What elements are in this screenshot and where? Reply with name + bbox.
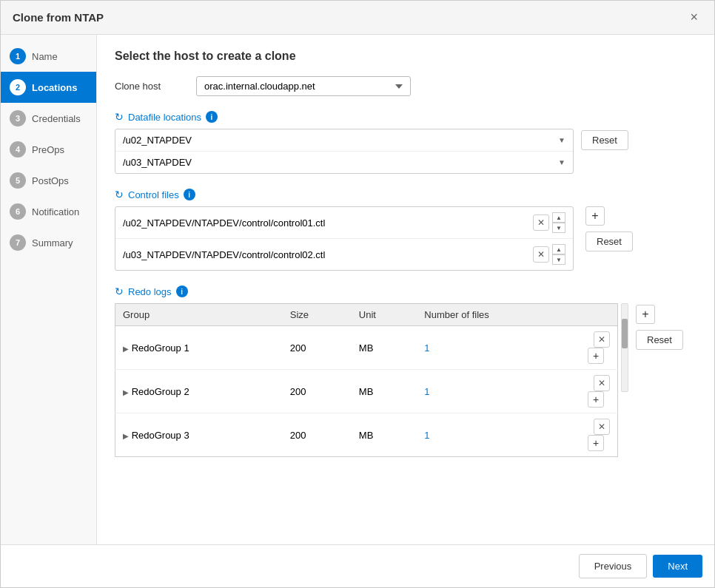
- redo-expand-2[interactable]: ▶: [123, 432, 129, 440]
- sidebar-item-name[interactable]: 1 Name: [1, 41, 96, 72]
- close-button[interactable]: ×: [685, 8, 702, 27]
- datafile-info-icon[interactable]: i: [206, 111, 218, 123]
- step-num-3: 3: [10, 110, 26, 126]
- sidebar-label-notification: Notification: [32, 206, 79, 217]
- redo-group-name-2: RedoGroup 3: [132, 430, 189, 441]
- redo-cell-unit-1: MB: [352, 370, 417, 413]
- control-add-button[interactable]: +: [585, 206, 605, 226]
- datafile-path-1: /u03_NTAPDEV: [123, 157, 192, 168]
- redo-cell-actions-1: ✕ +: [580, 370, 618, 413]
- redo-table-container: Group Size Unit Number of files: [115, 303, 628, 457]
- redo-cell-size-0: 200: [283, 326, 352, 370]
- datafile-section: ↻ Datafile locations i /u02_NTAPDEV ▼ /u…: [115, 111, 696, 174]
- redo-group-name-1: RedoGroup 2: [132, 386, 189, 397]
- redo-row-0: ▶ RedoGroup 1 200 MB 1 ✕ +: [115, 326, 618, 370]
- redo-scrollbar-thumb: [622, 319, 628, 348]
- datafile-item-0: /u02_NTAPDEV ▼: [115, 129, 573, 152]
- dialog-title: Clone from NTAP: [13, 11, 104, 24]
- redo-header: ↻ Redo logs i: [115, 285, 696, 297]
- redo-cell-numfiles-2: 1: [417, 413, 580, 457]
- datafile-header: ↻ Datafile locations i: [115, 111, 696, 123]
- redo-table-header-row: Group Size Unit Number of files: [115, 304, 618, 326]
- redo-remove-1[interactable]: ✕: [594, 375, 610, 391]
- sidebar-label-preops: PreOps: [32, 144, 64, 155]
- redo-cell-actions-0: ✕ +: [580, 326, 618, 370]
- control-refresh-icon[interactable]: ↻: [115, 189, 124, 200]
- sidebar-item-summary[interactable]: 7 Summary: [1, 227, 96, 258]
- step-num-7: 7: [10, 234, 26, 251]
- control-item-1: /u03_NTAPDEV/NTAPDEV/control/control02.c…: [115, 239, 573, 270]
- control-info-icon[interactable]: i: [184, 189, 195, 200]
- redo-numfiles-link-0[interactable]: 1: [424, 342, 429, 354]
- redo-cell-unit-2: MB: [352, 413, 417, 457]
- clone-host-label: Clone host: [115, 81, 196, 92]
- clone-dialog: Clone from NTAP × 1 Name 2 Locations 3 C…: [0, 0, 715, 588]
- control-scroll-down-0[interactable]: ▼: [552, 223, 565, 233]
- redo-cell-unit-0: MB: [352, 326, 417, 370]
- sidebar-item-credentials[interactable]: 3 Credentials: [1, 103, 96, 134]
- main-content: Select the host to create a clone Clone …: [97, 35, 714, 544]
- page-title: Select the host to create a clone: [115, 50, 696, 63]
- redo-reset-button[interactable]: Reset: [636, 330, 683, 350]
- clone-host-row: Clone host orac.internal.cloudapp.net: [115, 76, 696, 96]
- redo-add-row-button[interactable]: +: [636, 305, 655, 324]
- datafile-path-0: /u02_NTAPDEV: [123, 135, 192, 146]
- control-scroll-up-0[interactable]: ▲: [552, 212, 565, 223]
- control-scroll-1: ▲ ▼: [552, 244, 565, 265]
- redo-col-size: Size: [283, 304, 352, 326]
- sidebar-label-summary: Summary: [32, 237, 73, 249]
- step-num-4: 4: [10, 141, 26, 158]
- redo-numfiles-link-1[interactable]: 1: [424, 386, 429, 397]
- dialog-header: Clone from NTAP ×: [1, 1, 714, 35]
- refresh-icon[interactable]: ↻: [115, 111, 124, 123]
- control-path-0: /u02_NTAPDEV/NTAPDEV/control/control01.c…: [123, 217, 527, 229]
- redo-expand-0[interactable]: ▶: [123, 345, 129, 353]
- redo-cell-numfiles-0: 1: [417, 326, 580, 370]
- sidebar-item-preops[interactable]: 4 PreOps: [1, 134, 96, 165]
- datafile-chevron-0: ▼: [558, 136, 565, 144]
- sidebar-label-name: Name: [32, 51, 58, 62]
- control-remove-0[interactable]: ✕: [533, 214, 549, 231]
- control-section-with-reset: /u02_NTAPDEV/NTAPDEV/control/control01.c…: [115, 206, 696, 271]
- redo-remove-2[interactable]: ✕: [594, 419, 610, 435]
- sidebar-label-postops: PostOps: [32, 175, 69, 186]
- datafile-reset-button[interactable]: Reset: [581, 130, 628, 150]
- datafile-list: /u02_NTAPDEV ▼ /u03_NTAPDEV ▼: [115, 129, 574, 174]
- redo-refresh-icon[interactable]: ↻: [115, 285, 124, 297]
- dialog-footer: Previous Next: [1, 544, 714, 587]
- redo-numfiles-link-2[interactable]: 1: [424, 430, 429, 441]
- redo-add-0[interactable]: +: [588, 348, 604, 364]
- clone-host-select[interactable]: orac.internal.cloudapp.net: [196, 76, 411, 96]
- next-button[interactable]: Next: [653, 555, 702, 578]
- dialog-body: 1 Name 2 Locations 3 Credentials 4 PreOp…: [1, 35, 714, 544]
- sidebar-item-postops[interactable]: 5 PostOps: [1, 165, 96, 196]
- control-item-0: /u02_NTAPDEV/NTAPDEV/control/control01.c…: [115, 207, 573, 239]
- redo-cell-group-0: ▶ RedoGroup 1: [115, 326, 283, 370]
- sidebar-item-notification[interactable]: 6 Notification: [1, 196, 96, 227]
- redo-cell-group-1: ▶ RedoGroup 2: [115, 370, 283, 413]
- control-remove-1[interactable]: ✕: [533, 246, 549, 263]
- control-scroll-down-1[interactable]: ▼: [552, 254, 565, 265]
- control-right-actions: + Reset: [585, 206, 633, 251]
- control-reset-button[interactable]: Reset: [585, 232, 633, 251]
- sidebar-label-credentials: Credentials: [32, 113, 81, 124]
- sidebar-item-locations[interactable]: 2 Locations: [1, 72, 96, 103]
- control-list: /u02_NTAPDEV/NTAPDEV/control/control01.c…: [115, 206, 574, 271]
- redo-scrollbar[interactable]: [621, 303, 628, 392]
- redo-cell-group-2: ▶ RedoGroup 3: [115, 413, 283, 457]
- redo-col-group: Group: [115, 304, 283, 326]
- redo-section-wrapper: Group Size Unit Number of files: [115, 303, 696, 457]
- control-list-wrapper: /u02_NTAPDEV/NTAPDEV/control/control01.c…: [115, 206, 574, 271]
- control-scroll-up-1[interactable]: ▲: [552, 244, 565, 254]
- previous-button[interactable]: Previous: [579, 554, 648, 578]
- redo-col-unit: Unit: [352, 304, 417, 326]
- redo-add-1[interactable]: +: [588, 391, 604, 408]
- redo-expand-1[interactable]: ▶: [123, 388, 129, 396]
- step-num-2: 2: [10, 79, 26, 95]
- redo-add-2[interactable]: +: [588, 435, 604, 451]
- redo-info-icon[interactable]: i: [176, 285, 188, 297]
- redo-remove-0[interactable]: ✕: [594, 331, 610, 348]
- redo-group-name-0: RedoGroup 1: [132, 342, 189, 354]
- sidebar-label-locations: Locations: [32, 82, 77, 93]
- redo-right-actions: + Reset: [636, 305, 683, 350]
